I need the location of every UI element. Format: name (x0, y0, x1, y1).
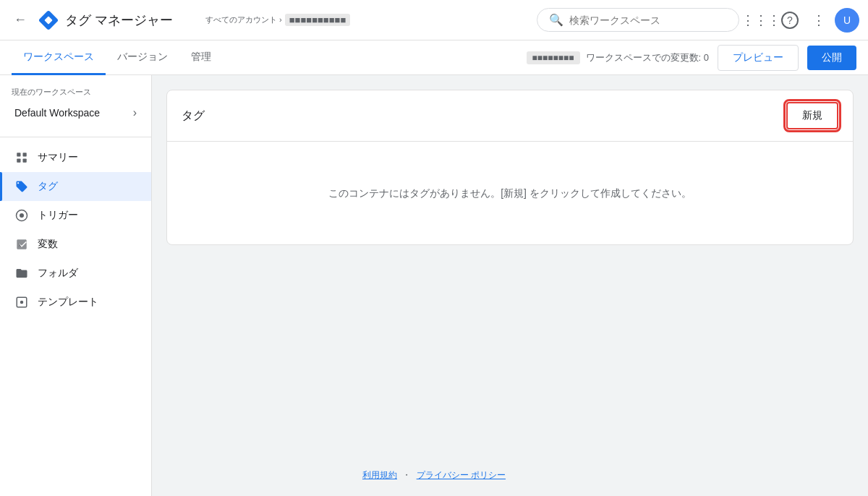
tags-label: タグ (38, 180, 58, 193)
workspace-item[interactable]: Default Workspace › (12, 101, 140, 125)
breadcrumb-all-accounts[interactable]: すべてのアカウント › (205, 14, 282, 25)
sidebar-item-triggers[interactable]: トリガー (0, 201, 151, 230)
folder-icon (14, 266, 29, 281)
changes-count-label: ワークスペースでの変更数: 0 (586, 51, 709, 64)
content-card-title: タグ (182, 108, 205, 124)
svg-point-8 (20, 301, 24, 304)
template-icon (14, 295, 29, 309)
svg-rect-1 (23, 153, 27, 156)
workspace-name-badge: ■■■■■■■■ (527, 51, 580, 64)
variables-label: 変数 (38, 238, 58, 251)
content-card-header: タグ 新規 (167, 90, 853, 142)
tab-version[interactable]: バージョン (106, 40, 179, 75)
workspace-item-name: Default Workspace (14, 107, 100, 119)
svg-rect-3 (23, 159, 27, 163)
summary-icon (14, 150, 29, 165)
grid-icon-button[interactable]: ⋮⋮⋮ (748, 7, 774, 33)
back-icon: ← (14, 12, 27, 27)
triggers-label: トリガー (38, 209, 78, 222)
footer: 利用規約 ・ プライバシー ポリシー (0, 469, 868, 482)
tab-admin[interactable]: 管理 (179, 40, 223, 75)
breadcrumb-account[interactable]: ■■■■■■■■■■ (285, 14, 351, 26)
trigger-icon (14, 208, 29, 223)
sidebar-item-templates[interactable]: テンプレート (0, 288, 151, 317)
tag-icon (14, 179, 29, 194)
search-input[interactable] (569, 14, 727, 26)
breadcrumb-area: すべてのアカウント › ■■■■■■■■■■ (205, 14, 528, 26)
grid-icon: ⋮⋮⋮ (741, 12, 780, 28)
publish-button[interactable]: 公開 (807, 46, 856, 70)
more-options-icon: ⋮ (812, 12, 825, 28)
gtm-diamond-inner (44, 16, 52, 24)
footer-separator: ・ (402, 470, 411, 480)
folders-label: フォルダ (38, 267, 78, 280)
help-icon: ? (781, 12, 799, 29)
privacy-link[interactable]: プライバシー ポリシー (417, 470, 506, 480)
content-card-body: このコンテナにはタグがありません。[新規] をクリックして作成してください。 (167, 142, 853, 244)
more-options-button[interactable]: ⋮ (806, 7, 832, 33)
top-bar-icons: ⋮⋮⋮ ? ⋮ U (748, 7, 859, 33)
breadcrumb-top: すべてのアカウント › ■■■■■■■■■■ (205, 14, 528, 26)
app-title: タグ マネージャー (65, 12, 173, 29)
new-tag-button[interactable]: 新規 (786, 102, 838, 129)
variable-icon: x (14, 237, 29, 252)
svg-text:x: x (19, 241, 22, 248)
workspace-section: 現在のワークスペース Default Workspace › (0, 87, 151, 137)
terms-link[interactable]: 利用規約 (362, 470, 397, 480)
preview-button[interactable]: プレビュー (718, 45, 799, 71)
sidebar-item-tags[interactable]: タグ (0, 172, 151, 201)
sidebar-item-folders[interactable]: フォルダ (0, 259, 151, 288)
chevron-right-icon: › (133, 106, 137, 119)
top-bar: ← タグ マネージャー すべてのアカウント › ■■■■■■■■■■ 🔍 ⋮⋮⋮… (0, 0, 868, 40)
content-card: タグ 新規 このコンテナにはタグがありません。[新規] をクリックして作成してく… (166, 90, 854, 245)
svg-rect-0 (17, 153, 20, 156)
back-button[interactable]: ← (9, 9, 32, 32)
top-bar-left: ← タグ マネージャー (9, 9, 197, 32)
workspace-section-label: 現在のワークスペース (12, 87, 140, 98)
search-icon: 🔍 (549, 13, 563, 27)
help-icon-button[interactable]: ? (777, 7, 803, 33)
svg-rect-2 (17, 159, 20, 163)
content-area: タグ 新規 このコンテナにはタグがありません。[新規] をクリックして作成してく… (152, 75, 868, 496)
main-layout: 現在のワークスペース Default Workspace › サマリー タグ ト… (0, 75, 868, 496)
tab-workspace[interactable]: ワークスペース (12, 40, 106, 75)
empty-message: このコンテナにはタグがありません。[新規] をクリックして作成してください。 (328, 187, 692, 199)
avatar-icon: U (843, 14, 851, 26)
sidebar-item-summary[interactable]: サマリー (0, 143, 151, 172)
avatar-button[interactable]: U (835, 8, 859, 33)
nav-tabs: ワークスペース バージョン 管理 ■■■■■■■■ ワークスペースでの変更数: … (0, 40, 868, 75)
workspace-changes: ■■■■■■■■ ワークスペースでの変更数: 0 (527, 51, 709, 64)
summary-label: サマリー (38, 151, 78, 164)
sidebar: 現在のワークスペース Default Workspace › サマリー タグ ト… (0, 75, 152, 496)
nav-tab-right: ■■■■■■■■ ワークスペースでの変更数: 0 プレビュー 公開 (527, 45, 856, 71)
svg-point-5 (20, 213, 24, 218)
search-box[interactable]: 🔍 (537, 8, 739, 32)
sidebar-item-variables[interactable]: x 変数 (0, 230, 151, 259)
templates-label: テンプレート (38, 296, 98, 309)
gtm-logo (38, 9, 59, 31)
gtm-diamond (38, 9, 59, 30)
